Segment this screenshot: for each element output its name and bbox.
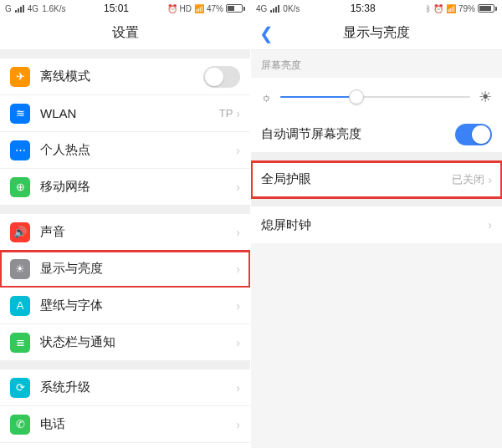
wifi-icon: 📶 bbox=[446, 4, 456, 13]
settings-row-sound[interactable]: 🔊声音› bbox=[0, 214, 250, 251]
bluetooth-icon: ᛒ bbox=[426, 4, 431, 13]
battery-pct: 79% bbox=[458, 4, 475, 13]
row-label: 壁纸与字体 bbox=[40, 298, 236, 313]
signal-icon bbox=[15, 5, 24, 13]
row-label: 状态栏与通知 bbox=[40, 334, 236, 350]
settings-row-system-update[interactable]: ⟳系统升级› bbox=[0, 369, 250, 406]
airplane-icon: ✈ bbox=[10, 67, 30, 87]
wallpaper-icon: A bbox=[10, 296, 30, 316]
back-button[interactable]: ❮ bbox=[259, 25, 274, 42]
row-value: TP bbox=[219, 107, 233, 120]
clock-label: 15:01 bbox=[65, 3, 166, 14]
hd-icon: HD bbox=[180, 4, 192, 13]
chevron-right-icon: › bbox=[488, 218, 492, 232]
page-title: 设置 bbox=[112, 24, 139, 42]
chevron-right-icon: › bbox=[236, 381, 240, 395]
carrier-label: G bbox=[5, 4, 12, 13]
sound-icon: 🔊 bbox=[10, 222, 30, 242]
chevron-right-icon: › bbox=[236, 181, 240, 194]
auto-brightness-label: 自动调节屏幕亮度 bbox=[261, 126, 455, 142]
settings-row-mobile-network[interactable]: ⊕移动网络› bbox=[0, 169, 250, 206]
sleep-clock-label: 熄屏时钟 bbox=[261, 217, 488, 233]
system-update-icon: ⟳ bbox=[10, 378, 30, 398]
settings-row-wallpaper[interactable]: A壁纸与字体› bbox=[0, 288, 250, 324]
row-label: 个人热点 bbox=[40, 142, 236, 158]
signal-icon bbox=[270, 5, 279, 13]
speed-label: 0K/s bbox=[283, 4, 300, 13]
auto-brightness-toggle[interactable] bbox=[455, 124, 492, 145]
settings-screen: G 4G 1.6K/s 15:01 ⏰ HD 📶 47% 设置 ✈离线模式≋WL… bbox=[0, 0, 251, 448]
section-brightness-label: 屏幕亮度 bbox=[251, 50, 502, 78]
alarm-icon: ⏰ bbox=[167, 4, 177, 13]
settings-row-wlan[interactable]: ≋WLANTP› bbox=[0, 95, 250, 132]
toggle[interactable] bbox=[203, 66, 240, 88]
header: 设置 bbox=[0, 17, 250, 50]
header: ❮ 显示与亮度 bbox=[251, 17, 502, 50]
settings-row-notification[interactable]: ≣状态栏与通知› bbox=[0, 324, 250, 361]
chevron-right-icon: › bbox=[236, 299, 240, 313]
chevron-right-icon: › bbox=[488, 173, 492, 186]
clock-label: 15:38 bbox=[300, 3, 426, 14]
row-label: 声音 bbox=[40, 224, 236, 240]
network-label: 4G bbox=[256, 4, 267, 13]
speed-label: 1.6K/s bbox=[42, 4, 65, 13]
row-label: 电话 bbox=[40, 416, 236, 432]
row-label: 移动网络 bbox=[40, 179, 236, 195]
mobile-network-icon: ⊕ bbox=[10, 177, 30, 197]
settings-row-phone[interactable]: ✆电话› bbox=[0, 406, 250, 443]
brightness-high-icon: ☀ bbox=[479, 88, 492, 106]
page-title: 显示与亮度 bbox=[343, 24, 410, 42]
settings-row-account-sync[interactable]: ☁帐户与同步› bbox=[0, 443, 250, 448]
display-brightness-screen: 4G 0K/s 15:38 ᛒ ⏰ 📶 79% ❮ 显示与亮度 屏幕亮度 ☼ bbox=[251, 0, 502, 448]
wifi-icon: 📶 bbox=[194, 4, 204, 13]
sleep-clock-row[interactable]: 熄屏时钟 › bbox=[251, 206, 502, 243]
row-label: 系统升级 bbox=[40, 379, 236, 395]
brightness-low-icon: ☼ bbox=[261, 90, 272, 104]
status-bar: 4G 0K/s 15:38 ᛒ ⏰ 📶 79% bbox=[251, 0, 502, 17]
row-label: 显示与亮度 bbox=[40, 261, 236, 277]
row-label: 离线模式 bbox=[40, 69, 203, 84]
status-bar: G 4G 1.6K/s 15:01 ⏰ HD 📶 47% bbox=[0, 0, 250, 17]
alarm-icon: ⏰ bbox=[433, 4, 443, 13]
chevron-right-icon: › bbox=[236, 418, 240, 431]
auto-brightness-row[interactable]: 自动调节屏幕亮度 bbox=[251, 116, 502, 153]
network-label: 4G bbox=[28, 4, 38, 13]
brightness-slider-row: ☼ ☀ bbox=[251, 78, 502, 116]
notification-icon: ≣ bbox=[10, 333, 30, 353]
row-label: WLAN bbox=[40, 106, 219, 120]
settings-row-display[interactable]: ☀显示与亮度› bbox=[0, 251, 250, 288]
wlan-icon: ≋ bbox=[10, 104, 30, 124]
chevron-right-icon: › bbox=[236, 107, 240, 120]
display-icon: ☀ bbox=[10, 259, 30, 279]
eye-protect-row[interactable]: 全局护眼 已关闭 › bbox=[251, 161, 502, 198]
chevron-right-icon: › bbox=[236, 262, 240, 276]
phone-icon: ✆ bbox=[10, 415, 30, 435]
settings-row-hotspot[interactable]: ⋯个人热点› bbox=[0, 132, 250, 169]
chevron-right-icon: › bbox=[236, 226, 240, 239]
chevron-right-icon: › bbox=[236, 336, 240, 349]
battery-icon bbox=[226, 4, 245, 13]
battery-icon bbox=[478, 4, 497, 13]
brightness-slider[interactable] bbox=[280, 96, 470, 98]
settings-row-airplane[interactable]: ✈离线模式 bbox=[0, 59, 250, 95]
battery-pct: 47% bbox=[207, 4, 223, 13]
chevron-right-icon: › bbox=[236, 144, 240, 157]
eye-protect-value: 已关闭 bbox=[452, 172, 484, 187]
hotspot-icon: ⋯ bbox=[10, 140, 30, 160]
eye-protect-label: 全局护眼 bbox=[261, 171, 452, 187]
